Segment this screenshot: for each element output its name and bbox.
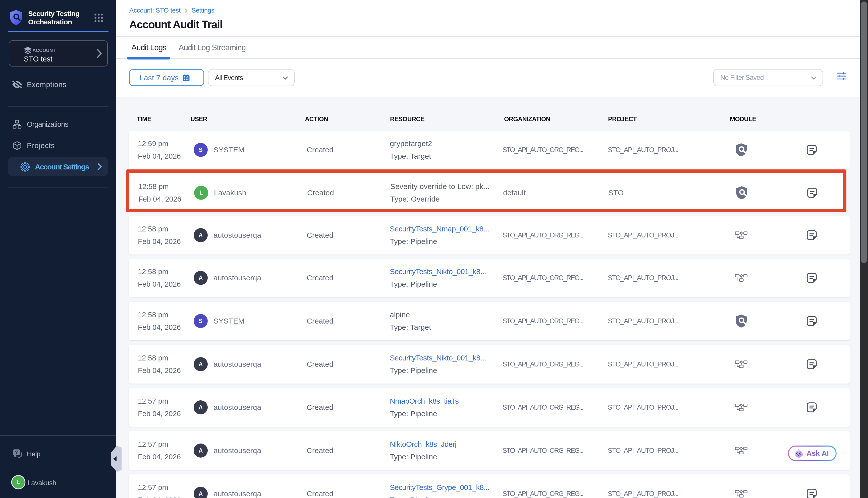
svg-text:?: ?: [15, 449, 18, 455]
